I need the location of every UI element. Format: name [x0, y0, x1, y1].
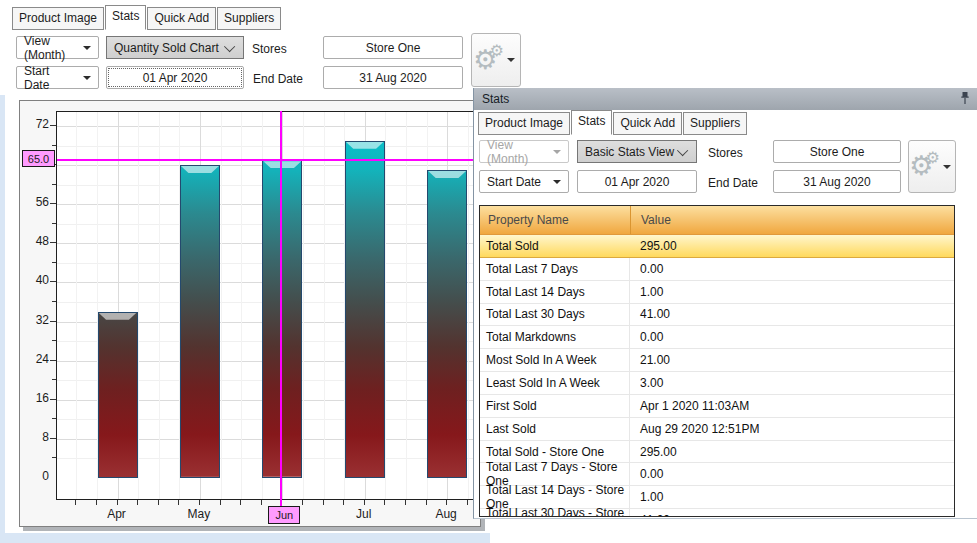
y-tick — [50, 203, 56, 204]
table-row[interactable]: Total Last 7 Days0.00 — [480, 258, 954, 281]
quantity-sold-chart-panel: 081624324048566472AprMayJunJulAug65.0Jun — [19, 100, 481, 527]
gridline-v — [468, 112, 469, 499]
settings-gear-button[interactable]: ⚙ ⚙ — [471, 33, 521, 87]
bar-jun[interactable] — [262, 160, 302, 478]
tab-stats[interactable]: Stats — [571, 110, 612, 135]
x-tick — [343, 500, 344, 505]
chevron-down-icon — [553, 150, 561, 154]
view-month-dropdown[interactable]: View (Month) — [16, 36, 99, 59]
stats-floating-panel: Stats Product ImageStatsQuick AddSupplie… — [473, 88, 977, 519]
table-row[interactable]: Total Sold295.00 — [480, 235, 954, 258]
stats-view-value: Basic Stats View — [585, 145, 674, 159]
column-header-value[interactable]: Value — [630, 206, 954, 234]
stats-view-month-dropdown: View (Month) — [479, 140, 569, 163]
value-cell: 3.00 — [630, 376, 954, 390]
x-tick — [75, 500, 76, 505]
chevron-down-icon — [943, 165, 951, 169]
stats-view-month-label: View (Month) — [487, 138, 547, 166]
value-cell: 1.00 — [630, 490, 954, 504]
y-tick — [50, 125, 56, 126]
x-tick — [384, 500, 385, 505]
property-name-cell: Total Last 30 Days - Store One — [480, 509, 630, 517]
bar-top-bevel — [428, 171, 466, 178]
bar-may[interactable] — [180, 165, 220, 478]
stats-start-date-dropdown[interactable]: Start Date — [479, 170, 569, 193]
tab-stats[interactable]: Stats — [105, 5, 146, 30]
tab-product-image[interactable]: Product Image — [12, 7, 104, 30]
table-row[interactable]: Total Markdowns0.00 — [480, 326, 954, 349]
gridline-v — [324, 112, 325, 499]
y-axis-label: 72 — [23, 117, 49, 131]
stats-settings-gear-button[interactable]: ⚙ ⚙ — [908, 140, 956, 193]
bar-top-bevel — [181, 166, 219, 173]
x-tick — [405, 500, 406, 505]
x-tick — [302, 500, 303, 505]
x-tick — [323, 500, 324, 505]
stats-table: Property Name Value Total Sold295.00Tota… — [479, 205, 955, 517]
store-one-button[interactable]: Store One — [323, 36, 463, 59]
tab-quick-add[interactable]: Quick Add — [613, 112, 682, 135]
table-row[interactable]: First SoldApr 1 2020 11:03AM — [480, 395, 954, 418]
stats-end-date-value-button[interactable]: 31 Aug 2020 — [773, 170, 901, 193]
stats-store-one-button[interactable]: Store One — [773, 140, 901, 163]
crosshair-vertical-line — [280, 111, 282, 514]
value-cell: 295.00 — [630, 445, 954, 459]
start-date-value-button[interactable]: 01 Apr 2020 — [106, 66, 244, 89]
y-tick — [52, 184, 56, 185]
store-one-label: Store One — [366, 41, 421, 55]
y-tick — [50, 438, 56, 439]
stats-start-date-value-button[interactable]: 01 Apr 2020 — [577, 170, 697, 193]
chart-type-select[interactable]: Quantity Sold Chart — [106, 36, 244, 59]
column-header-property[interactable]: Property Name — [480, 213, 630, 227]
gridline-v — [159, 112, 160, 499]
start-date-label: Start Date — [24, 64, 77, 92]
x-tick — [178, 500, 179, 505]
tab-suppliers[interactable]: Suppliers — [217, 7, 281, 30]
bar-apr[interactable] — [98, 312, 138, 478]
tab-product-image[interactable]: Product Image — [478, 112, 570, 135]
chart-type-value: Quantity Sold Chart — [114, 41, 219, 55]
gridline-h — [57, 146, 480, 147]
tab-quick-add[interactable]: Quick Add — [147, 7, 216, 30]
y-axis-label: 56 — [23, 195, 49, 209]
property-name-cell: Total Last 7 Days — [480, 258, 630, 280]
y-tick — [52, 457, 56, 458]
view-month-label: View (Month) — [24, 34, 77, 62]
x-tick — [467, 500, 468, 505]
bar-top-bevel — [263, 161, 301, 168]
x-tick — [199, 500, 200, 505]
bar-aug[interactable] — [427, 170, 467, 478]
gridline-h — [57, 126, 480, 127]
pin-icon[interactable] — [960, 91, 970, 108]
chart-plot-area[interactable] — [56, 111, 481, 500]
property-name-cell: Total Last 14 Days - Store One — [480, 486, 630, 508]
table-row[interactable]: Last SoldAug 29 2020 12:51PM — [480, 418, 954, 441]
bar-jul[interactable] — [345, 141, 385, 478]
main-tab-strip: Product ImageStatsQuick AddSuppliers — [12, 7, 282, 30]
y-axis-label: 8 — [23, 430, 49, 444]
crosshair-y-label: 65.0 — [22, 150, 55, 167]
table-row[interactable]: Most Sold In A Week21.00 — [480, 349, 954, 372]
table-row[interactable]: Total Last 14 Days1.00 — [480, 281, 954, 304]
window-left-edge — [0, 95, 5, 543]
stats-panel-title-bar[interactable]: Stats — [474, 88, 977, 110]
stats-end-date-value: 31 Aug 2020 — [803, 175, 870, 189]
end-date-value-button[interactable]: 31 Aug 2020 — [323, 66, 463, 89]
y-tick — [50, 281, 56, 282]
stats-end-date-label: End Date — [708, 176, 758, 190]
chevron-down-icon — [224, 40, 235, 51]
tab-suppliers[interactable]: Suppliers — [683, 112, 747, 135]
stats-start-date-label: Start Date — [487, 175, 541, 189]
stats-table-header[interactable]: Property Name Value — [480, 206, 954, 235]
table-row[interactable]: Total Last 30 Days41.00 — [480, 304, 954, 327]
stats-view-select[interactable]: Basic Stats View — [577, 140, 697, 163]
property-name-cell: Last Sold — [480, 418, 630, 440]
property-name-cell: Total Last 30 Days — [480, 304, 630, 326]
table-row[interactable]: Total Last 30 Days - Store One41.00 — [480, 509, 954, 517]
x-axis-label: May — [169, 507, 229, 521]
table-row[interactable]: Least Sold In A Week3.00 — [480, 372, 954, 395]
stats-start-date-value: 01 Apr 2020 — [605, 175, 670, 189]
start-date-dropdown[interactable]: Start Date — [16, 66, 99, 89]
stats-tab-strip: Product ImageStatsQuick AddSuppliers — [478, 112, 748, 135]
property-name-cell: Total Last 7 Days - Store One — [480, 463, 630, 485]
